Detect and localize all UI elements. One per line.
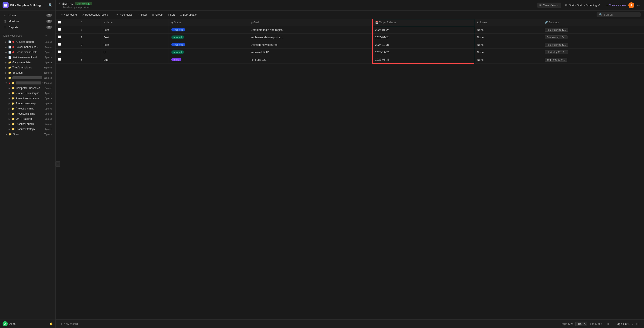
- table-row[interactable]: 5 Bug nning Fix bugs 222 2025-01-31 None…: [56, 56, 644, 64]
- row-checkbox[interactable]: [58, 36, 61, 38]
- row-checkbox[interactable]: [58, 43, 61, 46]
- th-target-release[interactable]: 📅 Target Release ...: [372, 19, 474, 26]
- hide-fields-btn[interactable]: 👁 Hide Fields: [114, 12, 134, 17]
- proj-plan-badge: 2piece: [45, 107, 52, 110]
- sidebar-item-missions[interactable]: ◎ Missions 10: [1, 18, 54, 24]
- filter-icon: ⏶: [138, 13, 140, 16]
- sidebar-item-prod-launch[interactable]: ▶ 📁 Product Launch 2piece: [1, 121, 54, 127]
- folder-icon: 📁: [12, 102, 14, 105]
- row-checkbox[interactable]: [58, 58, 61, 61]
- create-view-btn[interactable]: + Create a view: [606, 4, 626, 7]
- footer-right: Page Size: 100 50 25 1 to 5 of 5 ⏮ ‹ Pag…: [561, 321, 640, 326]
- th-standups[interactable]: 🔗 Standups: [542, 19, 644, 26]
- row-status: Progress: [168, 26, 248, 34]
- row-checkbox[interactable]: [58, 51, 61, 53]
- first-page-btn[interactable]: ⏮: [605, 321, 610, 326]
- sidebar-item-project-res[interactable]: ▶ 📁 Project resource ma... 3piece: [1, 96, 54, 101]
- sidebar-collapse-btn[interactable]: ☰: [56, 161, 60, 167]
- sidebar-item-product-road[interactable]: ▶ 📁 Product roadmap 2piece: [1, 101, 54, 106]
- topbar-more-btn[interactable]: ···: [636, 3, 640, 8]
- sidebar-item-home[interactable]: ⌂ Home 30: [1, 12, 54, 18]
- sidebar-item-okr[interactable]: ▶ 📁 OKR Tracking 2piece: [1, 116, 54, 121]
- main-view-more[interactable]: ···: [557, 4, 559, 7]
- sidebar-item-risk[interactable]: ▶ 📄 Risk Assessment and ... 2piece: [1, 55, 54, 60]
- prod-strat-label: Product Strategy: [16, 128, 44, 131]
- select-all-checkbox[interactable]: [58, 21, 61, 24]
- next-page-btn[interactable]: ›: [630, 321, 634, 326]
- tab-sprint-status[interactable]: ⊞ Sprint Status Grouping Vi...: [563, 3, 604, 8]
- search-input[interactable]: [604, 13, 638, 16]
- can-manage-badge[interactable]: Can manage: [75, 2, 92, 5]
- new-record-btn[interactable]: + New record: [59, 12, 79, 17]
- sidebar-item-feishu[interactable]: ▶ 📄 Feishu Scheduled ... 1piece: [1, 45, 54, 50]
- add-record-btn[interactable]: + New record: [59, 321, 80, 326]
- sidebar-item-user2[interactable]: ▼ ● 📁 ████ ████ 144piece: [1, 80, 54, 86]
- standup-badge[interactable]: Bug Retro 12-9-...: [545, 58, 567, 62]
- request-new-record-btn[interactable]: ↗ Request new record: [80, 12, 110, 17]
- prev-page-btn[interactable]: ‹: [611, 321, 615, 326]
- eye-icon: 👁: [116, 13, 118, 16]
- app-title: Bika Template Building ...: [10, 4, 47, 7]
- bulk-update-btn[interactable]: ⊟ Bulk update: [178, 12, 199, 17]
- sidebar-item-scrum[interactable]: ▶ 📄 Scrum Sprint Task ... 8piece: [1, 50, 54, 55]
- standup-badge[interactable]: Feat Weekly 12-...: [545, 35, 568, 39]
- sidebar-item-product-team[interactable]: ▶ 📁 Product Team Org C... 2piece: [1, 91, 54, 96]
- page-size-select[interactable]: 100 50 25: [576, 321, 587, 326]
- table-footer: + New record Page Size: 100 50 25 1 to 5…: [56, 319, 644, 328]
- add-section-btn[interactable]: +: [45, 34, 48, 38]
- th-check: [56, 19, 78, 26]
- table-row[interactable]: 4 UI mpleted Improve UI/UX 2024-12-20 No…: [56, 49, 644, 56]
- sidebar-item-other[interactable]: ▼ 📁 Other 85piece: [1, 132, 54, 137]
- sidebar-item-competitor[interactable]: ▶ 📁 Competitor Research 8piece: [1, 86, 54, 91]
- group-btn[interactable]: ▤ Group: [150, 12, 164, 17]
- row-name: UI: [101, 49, 169, 56]
- expand-icon: ▶: [5, 77, 7, 79]
- sidebar-item-proj-plan[interactable]: ▶ 📁 Project planning 2piece: [1, 106, 54, 111]
- standup-badge[interactable]: Feat Planning 12...: [545, 28, 568, 32]
- product-team-label: Product Team Org C...: [16, 92, 44, 95]
- row-notes: None: [474, 41, 542, 49]
- user1-label: ████ ████: [12, 76, 42, 79]
- sidebar-item-prod-strat[interactable]: ▶ 📁 Product Strategy 2piece: [1, 127, 54, 132]
- expand-icon: ▶: [8, 128, 10, 130]
- sort-btn[interactable]: ↕ Sort: [166, 12, 177, 17]
- row-status: mpleted: [168, 49, 248, 56]
- other-badge: 85piece: [44, 133, 52, 136]
- more-section-btn[interactable]: ···: [49, 34, 53, 38]
- row-check: [56, 34, 78, 41]
- user2-badge: 144piece: [42, 82, 52, 84]
- sort-label: Sort: [170, 13, 175, 16]
- add-record-label: New record: [64, 322, 78, 325]
- table-row[interactable]: 3 Feat Progress Develop new features 202…: [56, 41, 644, 49]
- sidebar-item-gary[interactable]: ▶ 📁 Gary's templates 5piece: [1, 60, 54, 65]
- filter-btn[interactable]: ⏶ Filter: [136, 12, 149, 17]
- tab-main-view[interactable]: ⊞ Main View ···: [537, 3, 562, 8]
- last-page-btn[interactable]: ⏭: [635, 321, 640, 326]
- th-goal[interactable]: ◎ Goal: [248, 19, 372, 26]
- row-goal: Develop new features: [248, 41, 372, 49]
- sidebar-item-prod-plan[interactable]: ▶ 📁 Product planning 7piece: [1, 111, 54, 116]
- product-road-badge: 2piece: [45, 102, 52, 105]
- sidebar-item-ai-sales[interactable]: ▶ 📄 AI Sales Report 3piece: [1, 39, 54, 45]
- sidebar-item-sheehan[interactable]: ▶ 📁 Sheehan 31piece: [1, 70, 54, 75]
- sidebar-search-btn[interactable]: 🔍: [48, 3, 53, 7]
- risk-badge: 2piece: [45, 56, 52, 59]
- notification-icon[interactable]: 🔔: [49, 322, 53, 325]
- standup-badge[interactable]: UI Weekly 12-10...: [545, 50, 568, 54]
- sidebar-item-thea[interactable]: ▶ 📁 Thea's templates 33piece: [1, 65, 54, 70]
- standup-badge[interactable]: Feat Planning 12...: [545, 43, 568, 47]
- th-notes[interactable]: Aː Notes: [474, 19, 542, 26]
- table-row[interactable]: 1 Feat Progress Complete login and regis…: [56, 26, 644, 34]
- folder-icon: 📁: [12, 97, 14, 100]
- thea-label: Thea's templates: [12, 66, 42, 69]
- thea-badge: 33piece: [44, 66, 52, 69]
- scrum-badge: 8piece: [45, 51, 52, 54]
- row-notes: None: [474, 56, 542, 64]
- status-icon: ◈: [171, 21, 173, 24]
- sidebar-item-reports[interactable]: ☰ Reports 20: [1, 24, 54, 30]
- sidebar-item-user1[interactable]: ▶ 📁 ████ ████ 31piece: [1, 75, 54, 80]
- row-checkbox[interactable]: [58, 28, 61, 31]
- th-status[interactable]: ◈ Status: [168, 19, 248, 26]
- table-row[interactable]: 2 Feat mpleted Implement data export an.…: [56, 34, 644, 41]
- th-name[interactable]: ≡ Name: [101, 19, 169, 26]
